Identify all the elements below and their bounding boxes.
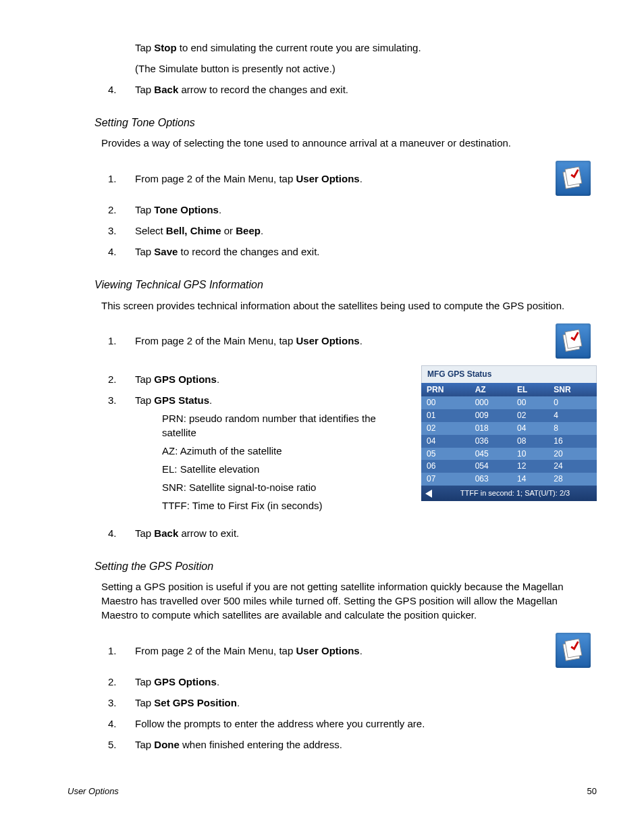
tone-s3-num: 3. [108,224,135,238]
footer-section: User Options [68,785,119,798]
gps-status-footer: TTFF in second: 1; SAT(U/T): 2/3 [421,486,597,501]
user-options-icon [556,161,591,196]
intro-stop-line: Tap Stop to end simulating the current r… [135,41,597,55]
gpsset-s1-num: 1. [108,644,135,658]
gpsset-s3-body: Tap Set GPS Position. [135,696,597,710]
gpsview-para: This screen provides technical informati… [101,298,597,313]
gpsset-s5-num: 5. [108,737,135,752]
gps-status-table: PRN AZ EL SNR 00000000 01009024 02018048… [421,383,597,486]
gpsset-heading: Setting the GPS Position [95,559,597,574]
gpsview-s3-body: Tap GPS Status. PRN: pseudo random numbe… [135,393,408,513]
table-row: 050451020 [421,448,597,461]
table-row: 02018048 [421,422,597,435]
gpsset-s2-body: Tap GPS Options. [135,675,597,689]
footer-page-number: 50 [587,785,597,798]
gpsview-s3-num: 3. [108,393,135,513]
table-row: 070631428 [421,473,597,486]
def-prn: PRN: pseudo random number that identifie… [162,411,401,440]
def-az: AZ: Azimuth of the satellite [162,444,401,458]
gpsset-s4-num: 4. [108,716,135,731]
gpsview-heading: Viewing Technical GPS Information [95,278,597,292]
gpsview-s4-num: 4. [108,526,135,540]
tone-s1-num: 1. [108,172,135,186]
gpsset-s2-num: 2. [108,675,135,689]
user-options-icon [556,323,591,359]
intro-step4-body: Tap Back arrow to record the changes and… [135,82,597,97]
gps-status-title: MFG GPS Status [421,365,597,383]
tone-s1-body: From page 2 of the Main Menu, tap User O… [135,172,549,186]
back-arrow-icon[interactable] [425,490,432,498]
gpsset-s1-body: From page 2 of the Main Menu, tap User O… [135,644,549,658]
gpsset-s4-body: Follow the prompts to enter the address … [135,716,597,731]
gpsview-s2-num: 2. [108,372,135,386]
tone-s4-num: 4. [108,244,135,259]
gpsview-s4-body: Tap Back arrow to exit. [135,526,597,540]
user-options-icon [556,633,591,668]
tone-s2-num: 2. [108,203,135,217]
gpsview-s1-body: From page 2 of the Main Menu, tap User O… [135,334,549,348]
gpsset-para: Setting a GPS position is useful if you … [101,579,597,622]
tone-s4-body: Tap Save to record the changes and exit. [135,244,597,259]
table-row: 00000000 [421,396,597,409]
gpsview-s2-body: Tap GPS Options. [135,372,408,386]
table-row: 01009024 [421,409,597,422]
table-row: 040360816 [421,435,597,448]
gps-status-widget: MFG GPS Status PRN AZ EL SNR 00000000 01… [421,365,597,502]
def-snr: SNR: Satellite signal-to-noise ratio [162,480,401,494]
def-el: EL: Satellite elevation [162,462,401,476]
gpsset-s5-body: Tap Done when finished entering the addr… [135,737,597,752]
tone-s3-body: Select Bell, Chime or Beep. [135,224,597,238]
table-row: 060541224 [421,460,597,473]
intro-sim-note: (The Simulate button is presently not ac… [135,61,597,76]
tone-para: Provides a way of selecting the tone use… [101,136,597,150]
tone-heading: Setting Tone Options [95,115,597,130]
gpsset-s3-num: 3. [108,696,135,710]
gpsview-s1-num: 1. [108,334,135,348]
tone-s2-body: Tap Tone Options. [135,203,597,217]
def-ttff: TTFF: Time to First Fix (in seconds) [162,498,401,513]
intro-step4-num: 4. [108,82,135,97]
